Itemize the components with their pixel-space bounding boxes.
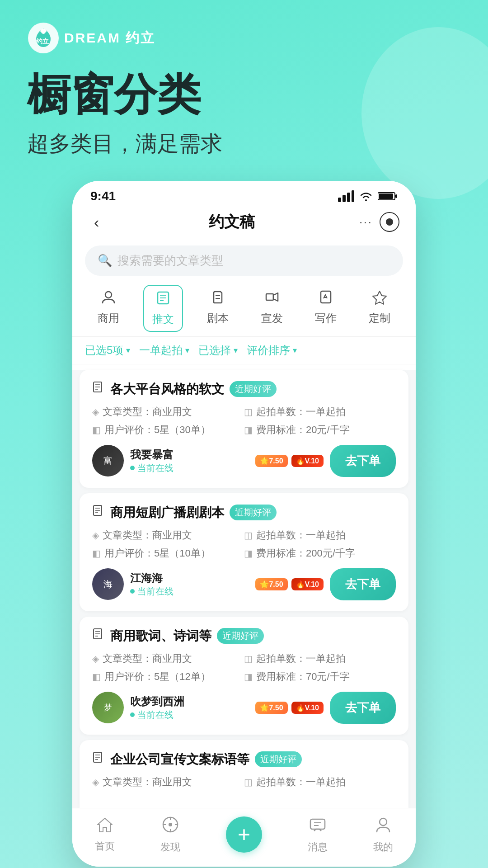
meta-icon-order2: ◫ [244, 530, 253, 541]
card-3-header: 商用歌词、诗词等 近期好评 [92, 627, 396, 645]
card-3-seller-badges: 🌟7.50 🔥V.10 [255, 702, 324, 714]
service-card-1: 各大平台风格的软文 近期好评 ◈ 文章类型：商业用文 ◫ 起拍单数：一单起拍 ◧… [80, 370, 408, 488]
card-2-seller-online: 当前在线 [130, 585, 249, 598]
bottom-nav-message[interactable]: 消息 [308, 816, 328, 854]
card-2-pricing: ◨ 费用标准：200元/千字 [244, 547, 396, 560]
brand-name-en: DREAM 约立 [64, 29, 155, 47]
card-2-seller-info: 江海海 当前在线 [130, 571, 249, 598]
cat-tab-xuanfa[interactable]: 宣发 [253, 285, 291, 332]
card-3-doc-icon [92, 628, 105, 644]
meta-icon-order4: ◫ [244, 777, 253, 788]
card-1-seller-name: 我要暴富 [130, 448, 249, 462]
wifi-icon [359, 190, 373, 202]
meta-icon-price2: ◨ [244, 548, 253, 559]
card-1-meta: ◈ 文章类型：商业用文 ◫ 起拍单数：一单起拍 ◧ 用户评价：5星（30单） ◨… [92, 405, 396, 437]
meta-icon-order1: ◫ [244, 406, 253, 417]
svg-point-45 [380, 818, 387, 826]
filter-chosen-arrow: ▾ [234, 345, 238, 355]
nav-back-button[interactable]: ‹ [89, 212, 104, 233]
battery-icon [378, 191, 398, 201]
cat-tab-shangyong[interactable]: 商用 [89, 285, 127, 332]
cat-tab-tuiwen[interactable]: 推文 [143, 285, 183, 332]
meta-icon-order3: ◫ [244, 653, 253, 664]
bottom-nav-plus-button[interactable]: + [226, 816, 262, 853]
record-inner-icon [386, 218, 393, 226]
card-3-seller-online: 当前在线 [130, 709, 249, 721]
card-2-order-button[interactable]: 去下单 [330, 568, 396, 600]
badge-v10-3: 🔥V.10 [291, 702, 324, 714]
filter-rating-arrow: ▾ [293, 345, 297, 355]
svg-rect-5 [347, 193, 350, 202]
service-card-4: 企业公司宣传文案标语等 近期好评 ◈ 文章类型：商业用文 ◫ 起拍单数：一单起拍 [80, 740, 408, 808]
cat-tab-juben[interactable]: 剧本 [199, 285, 237, 332]
meta-icon-price1: ◨ [244, 425, 253, 435]
card-3-meta: ◈ 文章类型：商业用文 ◫ 起拍单数：一单起拍 ◧ 用户评价：5星（12单） ◨… [92, 652, 396, 684]
online-dot-2 [130, 589, 135, 594]
meta-icon-rating1: ◧ [92, 425, 101, 435]
card-4-min-order: ◫ 起拍单数：一单起拍 [244, 775, 396, 789]
filter-chip-chosen[interactable]: 已选择 ▾ [198, 343, 238, 358]
card-3-seller: 梦 吹梦到西洲 当前在线 🌟7.50 🔥V.10 [92, 692, 396, 724]
card-2-seller-name: 江海海 [130, 571, 249, 585]
bottom-nav-mine-label: 我的 [373, 840, 393, 854]
cat-icon-shangyong [101, 289, 116, 308]
card-2-meta: ◈ 文章类型：商业用文 ◫ 起拍单数：一单起拍 ◧ 用户评价：5星（10单） ◨… [92, 528, 396, 560]
card-1-badge: 近期好评 [230, 381, 277, 397]
meta-icon-type3: ◈ [92, 653, 99, 664]
svg-point-1 [41, 29, 46, 34]
badge-v750: 🌟7.50 [255, 455, 287, 467]
card-3-seller-name: 吹梦到西洲 [130, 694, 249, 709]
card-2-min-order: ◫ 起拍单数：一单起拍 [244, 528, 396, 542]
card-1-title: 各大平台风格的软文 [110, 381, 224, 398]
plus-icon: + [238, 824, 250, 845]
card-4-title: 企业公司宣传文案标语等 [110, 751, 249, 768]
cat-tab-dingzhi[interactable]: 定制 [361, 285, 399, 332]
card-3-min-order: ◫ 起拍单数：一单起拍 [244, 652, 396, 665]
badge-v750-3: 🌟7.50 [255, 702, 287, 714]
card-1-article-type: ◈ 文章类型：商业用文 [92, 405, 244, 419]
filter-chip-selected[interactable]: 已选5项 ▾ [85, 343, 130, 358]
service-list: 各大平台风格的软文 近期好评 ◈ 文章类型：商业用文 ◫ 起拍单数：一单起拍 ◧… [72, 370, 416, 808]
cat-label-shangyong: 商用 [98, 311, 119, 326]
svg-rect-3 [338, 198, 341, 202]
card-1-avatar: 富 [92, 445, 124, 476]
filter-chip-minorder[interactable]: 一单起拍 ▾ [139, 343, 189, 358]
card-1-pricing: ◨ 费用标准：20元/千字 [244, 423, 396, 437]
card-1-order-button[interactable]: 去下单 [330, 445, 396, 477]
card-3-article-type: ◈ 文章类型：商业用文 [92, 652, 244, 665]
brand-logo-icon: 约立 [27, 22, 60, 54]
filter-bar: 已选5项 ▾ 一单起拍 ▾ 已选择 ▾ 评价排序 ▾ [72, 337, 416, 364]
bottom-nav-discover[interactable]: 发现 [160, 816, 180, 854]
card-4-header: 企业公司宣传文案标语等 近期好评 [92, 751, 396, 768]
card-3-order-button[interactable]: 去下单 [330, 692, 396, 724]
card-2-article-type: ◈ 文章类型：商业用文 [92, 528, 244, 542]
card-3-pricing: ◨ 费用标准：70元/千字 [244, 670, 396, 684]
cat-tab-xiezuo[interactable]: 写作 [307, 285, 345, 332]
card-2-header: 商用短剧广播剧剧本 近期好评 [92, 504, 396, 521]
nav-bar: ‹ 约文稿 ··· [72, 207, 416, 239]
svg-rect-8 [379, 193, 393, 199]
cat-icon-juben [210, 289, 225, 308]
svg-rect-17 [266, 294, 273, 300]
discover-icon [161, 816, 179, 838]
nav-record-button[interactable] [380, 212, 399, 232]
bottom-nav-home[interactable]: 首页 [95, 816, 115, 853]
phone-mockup: 9:41 [72, 181, 416, 867]
bottom-nav-mine[interactable]: 我的 [373, 816, 393, 854]
card-3-title: 商用歌词、诗词等 [110, 627, 211, 645]
svg-point-37 [169, 823, 172, 826]
search-bar[interactable]: 🔍 搜索需要的文章类型 [85, 245, 403, 276]
card-2-doc-icon [92, 505, 105, 520]
cat-label-dingzhi: 定制 [369, 311, 390, 326]
card-1-seller-online: 当前在线 [130, 462, 249, 474]
nav-actions: ··· [359, 212, 399, 232]
card-3-avatar: 梦 [92, 692, 124, 723]
svg-rect-4 [343, 195, 346, 202]
online-dot-1 [130, 466, 135, 470]
nav-more-button[interactable]: ··· [359, 215, 372, 229]
card-2-avatar: 海 [92, 568, 124, 600]
card-2-title: 商用短剧广播剧剧本 [110, 504, 224, 521]
bottom-nav-home-label: 首页 [95, 840, 115, 853]
card-1-rating: ◧ 用户评价：5星（30单） [92, 423, 244, 437]
filter-chip-rating[interactable]: 评价排序 ▾ [247, 343, 297, 358]
